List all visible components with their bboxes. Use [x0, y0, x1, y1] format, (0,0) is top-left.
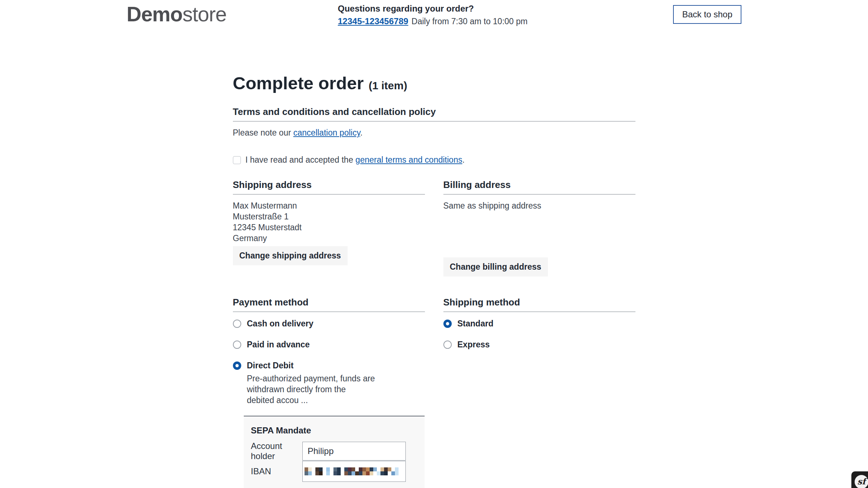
shipping-method-section: Shipping method Standard Express [443, 297, 635, 488]
shipping-method-heading: Shipping method [443, 297, 635, 308]
account-holder-input[interactable] [302, 442, 406, 461]
shipping-option-express[interactable]: Express [443, 340, 635, 350]
item-count: (1 item) [369, 80, 407, 91]
account-holder-label: Account holder [251, 441, 302, 461]
shipping-option-label[interactable]: Express [458, 340, 490, 350]
terms-section: Terms and conditions and cancellation po… [233, 106, 635, 165]
symfony-profiler-badge[interactable]: sf [851, 471, 868, 488]
billing-note: Same as shipping address [443, 200, 635, 211]
iban-input[interactable] [302, 461, 406, 482]
payment-option-direct-debit[interactable]: Direct Debit [233, 361, 425, 371]
header-contact-block: Questions regarding your order? 12345-12… [338, 4, 528, 26]
terms-checkbox-row: I have read and accepted the general ter… [233, 155, 635, 165]
address-columns: Shipping address Max Mustermann Musterst… [233, 179, 635, 277]
terms-divider [233, 121, 635, 121]
radio-cash-on-delivery[interactable] [233, 320, 241, 328]
back-to-shop-button[interactable]: Back to shop [673, 5, 741, 24]
shipping-address-text: Max Mustermann Musterstraße 1 12345 Must… [233, 194, 425, 244]
shipping-method-divider [443, 312, 635, 312]
cancellation-policy-link[interactable]: cancellation policy [293, 128, 360, 137]
address-line: Max Mustermann [233, 200, 425, 211]
billing-address-section: Billing address Same as shipping address… [443, 179, 635, 277]
shipping-option-standard[interactable]: Standard [443, 319, 635, 329]
radio-direct-debit[interactable] [233, 361, 241, 370]
payment-option-label[interactable]: Paid in advance [247, 340, 310, 350]
terms-checkbox[interactable] [233, 156, 241, 164]
account-holder-row: Account holder [251, 441, 417, 461]
iban-label: IBAN [251, 466, 302, 476]
change-shipping-address-button[interactable]: Change shipping address [233, 246, 348, 265]
radio-standard[interactable] [443, 320, 452, 328]
iban-row: IBAN [251, 461, 417, 482]
payment-option-label[interactable]: Direct Debit [247, 361, 294, 371]
sepa-mandate-box: SEPA Mandate Account holder IBAN Revoke … [244, 416, 425, 488]
logo-text-bold: Demo [127, 3, 182, 26]
radio-paid-in-advance[interactable] [233, 341, 241, 349]
billing-address-heading: Billing address [443, 179, 635, 191]
direct-debit-description: Pre-authorized payment, funds are withdr… [247, 373, 425, 406]
address-line: 12345 Musterstadt [233, 222, 425, 233]
phone-number-link[interactable]: 12345-123456789 [338, 16, 408, 26]
cancellation-note: Please note our cancellation policy. [233, 128, 635, 138]
contact-details: 12345-123456789 Daily from 7:30 am to 10… [338, 16, 528, 26]
address-line: Musterstraße 1 [233, 211, 425, 222]
checkout-main: Complete order (1 item) Terms and condit… [233, 31, 635, 488]
address-line: Germany [233, 233, 425, 244]
iban-redacted-value [305, 467, 399, 475]
service-hours: Daily from 7:30 am to 10:00 pm [412, 17, 528, 26]
method-columns: Payment method Cash on delivery Paid in … [233, 297, 635, 488]
shipping-option-label[interactable]: Standard [458, 319, 494, 329]
site-header: Demostore Questions regarding your order… [127, 0, 741, 31]
page-title: Complete order (1 item) [233, 73, 635, 93]
radio-express[interactable] [443, 341, 452, 349]
store-logo[interactable]: Demostore [127, 2, 226, 26]
payment-method-divider [233, 312, 425, 312]
terms-heading: Terms and conditions and cancellation po… [233, 106, 635, 117]
payment-option-paid-in-advance[interactable]: Paid in advance [233, 340, 425, 350]
payment-method-heading: Payment method [233, 297, 425, 308]
logo-text-light: store [182, 3, 226, 26]
shipping-address-heading: Shipping address [233, 179, 425, 191]
billing-address-text: Same as shipping address [443, 194, 635, 211]
payment-option-label[interactable]: Cash on delivery [247, 319, 314, 329]
sepa-mandate-heading: SEPA Mandate [251, 425, 417, 436]
symfony-profiler-icon: sf [855, 475, 868, 488]
contact-question: Questions regarding your order? [338, 4, 528, 14]
payment-option-cash-on-delivery[interactable]: Cash on delivery [233, 319, 425, 329]
shipping-address-section: Shipping address Max Mustermann Musterst… [233, 179, 425, 277]
payment-method-section: Payment method Cash on delivery Paid in … [233, 297, 425, 488]
terms-checkbox-label[interactable]: I have read and accepted the general ter… [246, 155, 465, 165]
general-terms-link[interactable]: general terms and conditions [356, 155, 462, 164]
change-billing-address-button[interactable]: Change billing address [443, 257, 548, 277]
